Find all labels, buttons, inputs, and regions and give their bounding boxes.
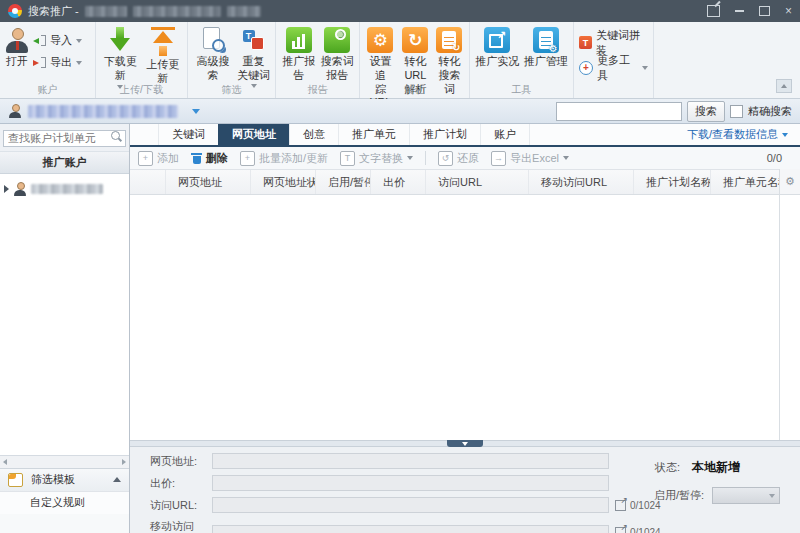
tab-promo-unit[interactable]: 推广单元	[338, 124, 409, 145]
table-header: 网页地址 网页地址状态 启用/暂停 出价 访问URL 移动访问URL 推广计划名…	[130, 170, 800, 195]
restore-button[interactable]: ↺ 还原	[438, 151, 479, 166]
column-header[interactable]: 推广单元名称	[711, 170, 779, 194]
feedback-icon[interactable]	[707, 5, 720, 17]
tree-expand-icon[interactable]	[4, 185, 9, 193]
enable-pause-label: 启用/暂停:	[654, 488, 704, 503]
duplicate-keywords-button[interactable]: 重复 关键词	[235, 25, 272, 90]
maximize-button[interactable]	[759, 6, 770, 16]
sidebar-search-input[interactable]	[3, 130, 126, 147]
external-link-icon[interactable]	[615, 500, 626, 511]
mobile-url-field[interactable]	[212, 525, 609, 533]
search-button[interactable]: 搜索	[687, 101, 725, 122]
redacted-account-name	[85, 6, 127, 17]
person-icon	[13, 182, 27, 196]
group-label: 转化	[360, 83, 469, 97]
keyword-assemble-button[interactable]: T 关键词拼装	[577, 33, 650, 52]
exact-search-checkbox[interactable]	[730, 105, 743, 118]
enable-pause-select[interactable]	[712, 487, 780, 504]
chevron-down-icon	[642, 66, 648, 70]
filter-template-button[interactable]: 筛选模板	[0, 468, 129, 491]
ribbon-group-account: 打开 导入 导出 账户	[0, 22, 96, 98]
add-button[interactable]: + 添加	[138, 151, 179, 166]
app-window: 搜索推广 - × 打开 导入	[0, 0, 800, 533]
tab-promo-plan[interactable]: 推广计划	[409, 124, 480, 145]
open-button[interactable]: 打开	[3, 25, 31, 71]
tab-keywords[interactable]: 关键词	[158, 124, 218, 145]
export-icon: →	[491, 151, 506, 166]
import-button[interactable]: 导入	[31, 31, 84, 50]
chevron-down-icon	[769, 494, 775, 498]
scroll-right-icon[interactable]	[122, 459, 126, 465]
close-button[interactable]: ×	[785, 5, 792, 17]
column-header[interactable]: 网页地址状态	[251, 170, 316, 194]
visit-url-field-label: 访问URL:	[150, 498, 212, 513]
plus-icon: +	[138, 151, 153, 166]
mobile-url-field-label: 移动访问URL:	[150, 519, 212, 533]
status-value: 本地新增	[692, 459, 740, 476]
collapse-panel-button[interactable]	[447, 440, 483, 447]
manage-doc-icon	[533, 27, 559, 53]
group-label: 上传/下载	[96, 83, 187, 97]
column-header[interactable]: 移动访问URL	[529, 170, 634, 194]
chevron-down-icon	[563, 156, 569, 160]
upload-update-button[interactable]: 上传更新	[142, 25, 185, 88]
column-settings-button[interactable]: ⚙	[780, 169, 800, 195]
url-field-label: 网页地址:	[150, 454, 212, 469]
more-tools-button[interactable]: + 更多工具	[577, 58, 650, 77]
delete-button[interactable]: 删除	[191, 151, 228, 166]
column-header[interactable]: 启用/暂停	[316, 170, 371, 194]
title-bar: 搜索推广 - ×	[0, 0, 800, 22]
letter-t-icon: T	[340, 151, 355, 166]
account-dropdown-icon[interactable]	[192, 109, 200, 114]
promo-live-button[interactable]: 推广实况	[473, 25, 522, 71]
download-view-data-link[interactable]: 下载/查看数据信息	[687, 124, 788, 145]
batch-add-icon: +	[240, 151, 255, 166]
bid-field[interactable]	[212, 475, 609, 491]
batch-add-update-button[interactable]: + 批量添加/更新	[240, 151, 328, 166]
app-logo-icon	[8, 4, 22, 18]
column-header[interactable]: 推广计划名称	[634, 170, 711, 194]
upload-arrow-icon	[151, 27, 175, 56]
table-body	[130, 195, 800, 440]
promo-report-button[interactable]: 推广报告	[279, 25, 318, 85]
sidebar-horizontal-scrollbar[interactable]	[0, 455, 129, 468]
tab-web-address[interactable]: 网页地址	[218, 124, 289, 145]
search-term-report-button[interactable]: 搜索词 报告	[318, 25, 356, 85]
checkbox-column-header[interactable]	[130, 170, 166, 194]
export-icon	[33, 57, 46, 68]
group-label: 筛选	[188, 83, 275, 97]
group-label: 工具	[470, 83, 573, 97]
column-header[interactable]: 访问URL	[426, 170, 529, 194]
custom-rules-item[interactable]: 自定义规则	[0, 491, 129, 514]
promo-manage-button[interactable]: 推广管理	[522, 25, 571, 71]
redacted-account-name	[227, 6, 261, 17]
trash-icon	[191, 152, 202, 165]
panel-splitter[interactable]	[130, 440, 800, 447]
download-update-button[interactable]: 下载更新	[99, 25, 142, 91]
download-arrow-icon	[108, 27, 132, 53]
gear-icon: ⚙	[785, 175, 795, 188]
column-header[interactable]: 网页地址	[166, 170, 251, 194]
external-link-icon[interactable]	[615, 527, 626, 533]
chevron-down-icon	[462, 442, 468, 446]
text-replace-button[interactable]: T 文字替换	[340, 151, 413, 166]
group-label: 账户	[0, 83, 95, 97]
import-icon	[33, 35, 46, 46]
account-tree-item[interactable]	[0, 180, 129, 198]
selection-counter: 0/0	[767, 152, 792, 164]
export-excel-button[interactable]: → 导出Excel	[491, 151, 569, 166]
global-search-input[interactable]	[556, 102, 682, 121]
minimize-button[interactable]	[735, 10, 744, 12]
ribbon-collapse-button[interactable]	[776, 79, 792, 93]
url-field[interactable]	[212, 453, 609, 469]
bar-chart-icon	[286, 27, 312, 53]
advanced-search-button[interactable]: 高级搜索	[191, 25, 235, 85]
scroll-left-icon[interactable]	[3, 459, 7, 465]
column-chooser-strip: ⚙	[779, 169, 800, 440]
visit-url-field[interactable]	[212, 497, 609, 513]
tab-account[interactable]: 账户	[480, 124, 530, 145]
sidebar-header: 推广账户	[0, 152, 129, 174]
column-header[interactable]: 出价	[371, 170, 426, 194]
tab-creative[interactable]: 创意	[289, 124, 338, 145]
export-button[interactable]: 导出	[31, 53, 84, 72]
